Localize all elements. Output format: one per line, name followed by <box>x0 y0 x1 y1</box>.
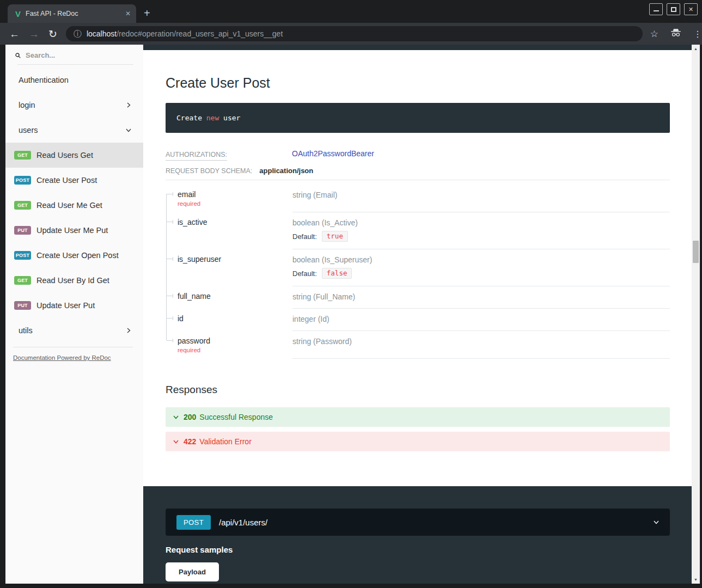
sidebar-item-update-user-put[interactable]: PUT Update User Put <box>5 293 143 318</box>
samples-panel: POST /api/v1/users/ Request samples Payl… <box>143 486 692 584</box>
schema-row-full-name: full_name string (Full_Name) <box>166 286 670 309</box>
sidebar-item-create-user-open-post[interactable]: POST Create User Open Post <box>5 243 143 268</box>
field-type: string (Password) <box>292 337 670 346</box>
request-body-schema-label: REQUEST BODY SCHEMA: <box>166 167 252 175</box>
sidebar-item-utils[interactable]: utils <box>5 318 143 343</box>
method-badge-put: PUT <box>14 301 31 310</box>
operation-title: Create User Post <box>166 75 670 91</box>
browser-tab[interactable]: V Fast API - ReDoc ✕ <box>8 4 136 23</box>
default-label: Default: <box>292 270 317 278</box>
redoc-footer-link[interactable]: Documentation Powered by ReDoc <box>13 354 111 361</box>
chevron-down-icon <box>173 439 179 444</box>
request-body-content-type: application/json <box>259 167 313 175</box>
field-name[interactable]: id <box>178 314 292 323</box>
request-body-schema: email required string (Email) is_active … <box>166 185 670 359</box>
sidebar-item-read-user-by-id-get[interactable]: GET Read User By Id Get <box>5 268 143 293</box>
page-viewport: Authentication login users GET Read User… <box>5 45 700 584</box>
back-icon[interactable]: ← <box>9 29 20 39</box>
method-badge-get: GET <box>14 201 31 210</box>
sidebar-item-create-user-post[interactable]: POST Create User Post <box>5 168 143 193</box>
method-badge-get: GET <box>14 276 31 285</box>
field-required-flag: required <box>178 347 292 353</box>
favicon-icon: V <box>15 10 21 18</box>
field-type: boolean (Is_Active) <box>292 218 670 227</box>
window-bottom-border <box>0 584 702 588</box>
response-label: Successful Response <box>199 413 273 421</box>
response-200-row[interactable]: 200 Successful Response <box>166 407 670 427</box>
field-type: boolean (Is_Superuser) <box>292 255 670 264</box>
tab-close-icon[interactable]: ✕ <box>125 10 131 17</box>
scrollbar-up-arrow[interactable]: ▲ <box>692 45 700 53</box>
sidebar-item-authentication[interactable]: Authentication <box>5 68 143 93</box>
browser-toolbar: ← → ↻ ⓘ localhost/redoc#operation/read_u… <box>0 23 702 45</box>
field-type: string (Email) <box>292 191 670 199</box>
window-maximize-button[interactable] <box>667 3 680 15</box>
url-host: localhost <box>87 29 117 38</box>
method-badge-get: GET <box>14 151 31 160</box>
page-scrollbar[interactable]: ▲ ▼ <box>692 45 700 584</box>
response-422-row[interactable]: 422 Validation Error <box>166 432 670 451</box>
scrollbar-down-arrow[interactable]: ▼ <box>692 575 700 584</box>
search-divider <box>17 64 133 65</box>
incognito-icon <box>670 28 681 39</box>
tab-title: Fast API - ReDoc <box>26 10 121 17</box>
search-input[interactable] <box>26 51 124 59</box>
field-name[interactable]: full_name <box>178 292 292 301</box>
method-badge-post: POST <box>14 251 31 260</box>
forward-icon[interactable]: → <box>29 29 39 39</box>
field-required-flag: required <box>178 200 292 207</box>
scrollbar-thumb[interactable] <box>693 241 699 263</box>
schema-row-is-active: is_active boolean (Is_Active) Default:tr… <box>166 212 670 249</box>
window-close-button[interactable]: ✕ <box>684 3 698 15</box>
schema-divider <box>166 180 670 180</box>
field-name[interactable]: email <box>178 190 292 199</box>
chevron-down-icon <box>654 519 659 525</box>
chevron-right-icon <box>126 328 131 333</box>
http-method-badge: POST <box>176 515 211 530</box>
reload-icon[interactable]: ↻ <box>48 29 57 39</box>
page-info-icon[interactable]: ⓘ <box>74 29 82 39</box>
method-badge-post: POST <box>14 176 31 185</box>
sidebar-item-login[interactable]: login <box>5 93 143 118</box>
method-badge-put: PUT <box>14 226 31 235</box>
schema-row-email: email required string (Email) <box>166 185 670 212</box>
search-icon <box>15 53 21 58</box>
schema-row-id: id integer (Id) <box>166 309 670 331</box>
sidebar-item-update-user-me-put[interactable]: PUT Update User Me Put <box>5 218 143 243</box>
url-bar[interactable]: ⓘ localhost/redoc#operation/read_users_a… <box>66 26 643 41</box>
url-path: /redoc#operation/read_users_api_v1_users… <box>117 29 283 38</box>
description-text: Create <box>176 114 206 122</box>
sidebar-item-users[interactable]: users <box>5 118 143 143</box>
window-minimize-button[interactable] <box>649 3 663 15</box>
response-label: Validation Error <box>199 437 251 446</box>
schema-row-password: password required string (Password) <box>166 331 670 359</box>
field-name[interactable]: password <box>178 336 292 345</box>
previous-section-edge <box>143 45 692 50</box>
url-text: localhost/redoc#operation/read_users_api… <box>87 29 283 38</box>
payload-tab[interactable]: Payload <box>166 562 219 581</box>
responses-title: Responses <box>166 384 670 396</box>
browser-tab-bar: V Fast API - ReDoc ✕ + ✕ <box>0 0 702 23</box>
field-name[interactable]: is_superuser <box>178 255 292 264</box>
sidebar-divider <box>13 347 133 347</box>
bookmark-star-icon[interactable]: ☆ <box>650 28 658 40</box>
description-code: new <box>206 114 219 122</box>
menu-kebab-icon[interactable]: ⋮ <box>693 29 702 39</box>
field-name[interactable]: is_active <box>178 218 292 226</box>
endpoint-dropdown[interactable]: POST /api/v1/users/ <box>166 509 670 536</box>
authorizations-label: AUTHORIZATIONS: <box>166 151 227 161</box>
field-type: integer (Id) <box>292 315 670 323</box>
endpoint-path: /api/v1/users/ <box>219 518 267 527</box>
new-tab-button[interactable]: + <box>144 8 150 19</box>
schema-row-is-superuser: is_superuser boolean (Is_Superuser) Defa… <box>166 249 670 286</box>
oauth-security-link[interactable]: OAuth2PasswordBearer <box>292 149 374 158</box>
main-content: Create User Post Create new user AUTHORI… <box>143 45 692 584</box>
chevron-down-icon <box>126 127 131 133</box>
sidebar-item-read-user-me-get[interactable]: GET Read User Me Get <box>5 193 143 218</box>
field-type: string (Full_Name) <box>292 292 670 301</box>
sidebar: Authentication login users GET Read User… <box>5 45 143 584</box>
sidebar-item-read-users-get[interactable]: GET Read Users Get <box>5 143 143 168</box>
response-code: 200 <box>184 413 196 421</box>
request-samples-title: Request samples <box>166 545 692 554</box>
default-label: Default: <box>292 232 317 241</box>
